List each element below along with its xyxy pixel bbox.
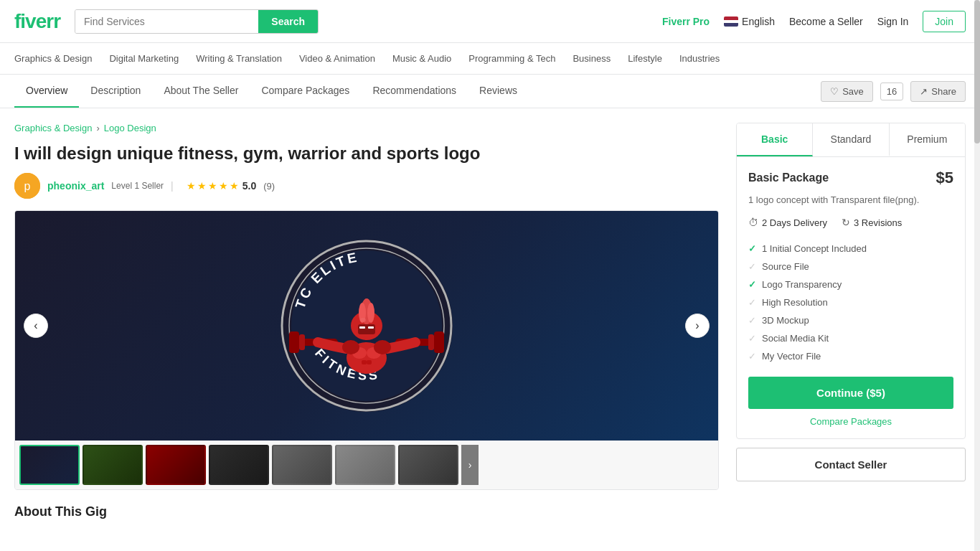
tabs-actions: ♡ Save 16 ↗ Share	[821, 81, 966, 102]
breadcrumb-category[interactable]: Graphics & Design	[14, 123, 92, 133]
breadcrumb-subcategory[interactable]: Logo Design	[104, 123, 156, 133]
refresh-icon: ↻	[842, 217, 850, 228]
contact-seller-button[interactable]: Contact Seller	[736, 448, 966, 481]
svg-rect-23	[358, 324, 375, 334]
tab-reviews[interactable]: Reviews	[468, 75, 529, 108]
nav-item-video[interactable]: Video & Animation	[299, 50, 375, 67]
pkg-tab-basic[interactable]: Basic	[737, 123, 813, 156]
thumbnail-5[interactable]	[272, 445, 332, 485]
delivery-label: 2 Days Delivery	[762, 217, 827, 228]
thumbnails-next-button[interactable]: ›	[461, 445, 479, 485]
main-gallery-image: ‹ TC ELITE	[15, 211, 718, 441]
svg-rect-18	[367, 360, 372, 364]
nav-item-lifestyle[interactable]: Lifestyle	[628, 50, 662, 67]
svg-rect-25	[368, 326, 374, 329]
thumbnail-3[interactable]	[146, 445, 206, 485]
join-button[interactable]: Join	[923, 11, 966, 32]
tab-about-seller[interactable]: About The Seller	[152, 75, 250, 108]
language-label: English	[742, 16, 775, 27]
check-icon-3: ✓	[748, 279, 756, 290]
rating-count: (9)	[263, 181, 275, 192]
clock-icon: ⏱	[748, 217, 758, 228]
breadcrumb-separator: ›	[96, 123, 99, 133]
tab-description[interactable]: Description	[79, 75, 152, 108]
become-seller-link[interactable]: Become a Seller	[789, 16, 863, 27]
breadcrumb: Graphics & Design › Logo Design	[14, 123, 719, 133]
gallery-prev-button[interactable]: ‹	[24, 314, 48, 338]
rating-number: 5.0	[242, 180, 256, 192]
check-icon-1: ✓	[748, 243, 756, 254]
thumbnail-7[interactable]	[398, 445, 458, 485]
pkg-tab-premium[interactable]: Premium	[890, 123, 965, 156]
flag-icon	[724, 17, 738, 27]
feature-item-3: ✓ Logo Transparency	[748, 276, 953, 293]
search-button[interactable]: Search	[258, 10, 318, 33]
feature-label-1: 1 Initial Concept Included	[762, 243, 867, 254]
save-button[interactable]: ♡ Save	[821, 81, 873, 102]
tab-recommendations[interactable]: Recommendations	[361, 75, 468, 108]
left-column: Graphics & Design › Logo Design I will d…	[14, 123, 719, 519]
nav-item-writing[interactable]: Writing & Translation	[196, 50, 282, 67]
revisions-meta: ↻ 3 Revisions	[842, 217, 902, 228]
thumbnail-4[interactable]	[209, 445, 269, 485]
fiverr-logo: fiverr	[14, 10, 60, 33]
about-section-title: About This Gig	[14, 504, 719, 519]
package-name: Basic Package	[748, 171, 829, 184]
search-input[interactable]	[75, 10, 258, 33]
scrollbar-thumb[interactable]	[974, 0, 980, 143]
nav-item-graphics[interactable]: Graphics & Design	[14, 50, 92, 67]
scrollbar[interactable]	[974, 0, 980, 534]
svg-rect-10	[299, 334, 305, 350]
revisions-label: 3 Revisions	[854, 217, 902, 228]
package-content: Basic Package $5 1 logo concept with Tra…	[737, 157, 965, 438]
thumbnail-strip: ›	[15, 441, 718, 489]
continue-button[interactable]: Continue ($5)	[748, 377, 953, 409]
star-4: ★	[219, 180, 228, 192]
gallery-next-button[interactable]: ›	[685, 314, 710, 338]
star-1: ★	[187, 180, 196, 192]
svg-rect-12	[434, 331, 444, 353]
language-selector[interactable]: English	[724, 16, 775, 27]
image-gallery: ‹ TC ELITE	[14, 210, 719, 490]
gig-tabs: Overview Description About The Seller Co…	[0, 75, 980, 108]
sign-in-link[interactable]: Sign In	[877, 16, 909, 27]
svg-point-28	[360, 318, 366, 322]
tab-overview[interactable]: Overview	[14, 75, 79, 108]
feature-item-7: ✓ My Vector File	[748, 347, 953, 365]
save-label: Save	[842, 86, 864, 97]
compare-packages-link[interactable]: Compare Packages	[748, 416, 953, 427]
heart-icon: ♡	[830, 86, 839, 97]
seller-name[interactable]: pheonix_art	[47, 180, 104, 192]
star-2: ★	[197, 180, 207, 192]
feature-label-6: Social Media Kit	[762, 333, 829, 344]
search-bar: Search	[75, 9, 319, 34]
nav-item-programming[interactable]: Programming & Tech	[468, 50, 555, 67]
package-panel: Basic Standard Premium Basic Package $5 …	[736, 123, 966, 439]
nav-item-music[interactable]: Music & Audio	[392, 50, 451, 67]
fiverr-pro-link[interactable]: Fiverr Pro	[662, 16, 710, 27]
avatar: p	[14, 173, 40, 199]
nav-item-business[interactable]: Business	[573, 50, 611, 67]
pkg-tab-standard[interactable]: Standard	[813, 123, 889, 156]
feature-item-5: ✓ 3D Mockup	[748, 311, 953, 329]
share-label: Share	[931, 86, 956, 97]
svg-point-26	[342, 340, 359, 354]
star-3: ★	[208, 180, 217, 192]
package-tabs: Basic Standard Premium	[737, 123, 965, 157]
check-icon-4: ✓	[748, 297, 756, 308]
feature-list: ✓ 1 Initial Concept Included ✓ Source Fi…	[748, 240, 953, 365]
feature-label-4: High Resolution	[762, 297, 828, 308]
nav-item-industries[interactable]: Industries	[679, 50, 720, 67]
gig-title: I will design unique fitness, gym, warri…	[14, 142, 719, 164]
tab-compare-packages[interactable]: Compare Packages	[250, 75, 361, 108]
feature-item-6: ✓ Social Media Kit	[748, 329, 953, 347]
category-nav: Graphics & Design Digital Marketing Writ…	[0, 43, 980, 75]
nav-item-digital[interactable]: Digital Marketing	[109, 50, 179, 67]
share-button[interactable]: ↗ Share	[910, 81, 966, 102]
svg-rect-9	[289, 331, 299, 353]
package-meta: ⏱ 2 Days Delivery ↻ 3 Revisions	[748, 217, 953, 228]
feature-item-4: ✓ High Resolution	[748, 293, 953, 311]
thumbnail-2[interactable]	[83, 445, 143, 485]
thumbnail-6[interactable]	[335, 445, 395, 485]
thumbnail-1[interactable]	[19, 445, 80, 485]
